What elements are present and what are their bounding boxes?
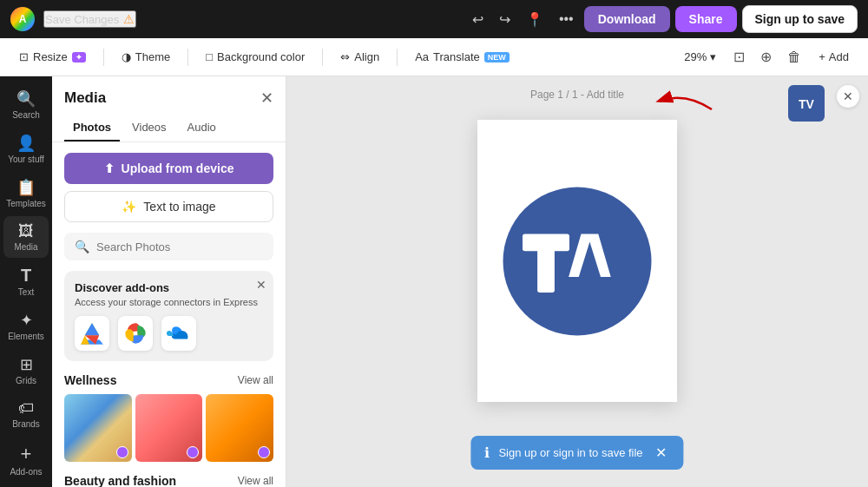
share-button[interactable]: Share xyxy=(675,6,737,32)
sidebar-item-text[interactable]: T Text xyxy=(3,260,49,303)
location-button[interactable]: 📍 xyxy=(521,8,549,31)
fullscreen-button[interactable]: ⊡ xyxy=(728,45,750,69)
accessibility-button[interactable]: ⊕ xyxy=(755,45,777,69)
zoom-control[interactable]: 29% ▾ xyxy=(677,47,723,67)
theme-tool[interactable]: ◑ Theme xyxy=(115,47,177,67)
templates-icon: 📋 xyxy=(16,178,36,197)
align-tool[interactable]: ⇔ Align xyxy=(333,47,386,67)
wellness-photo-1[interactable] xyxy=(64,394,132,462)
sidebar-label-search: Search xyxy=(12,110,40,120)
download-button[interactable]: Download xyxy=(584,6,670,32)
canvas-wrapper xyxy=(477,120,677,402)
wellness-view-all-link[interactable]: View all xyxy=(238,374,273,386)
premium-badge-1 xyxy=(116,446,128,458)
redo-button[interactable]: ↪ xyxy=(494,8,516,31)
translate-badge: NEW xyxy=(484,52,510,63)
media-panel-content: ⬆ Upload from device ✨ Text to image 🔍 ✕… xyxy=(52,142,286,487)
beauty-title: Beauty and fashion xyxy=(64,474,176,487)
upload-from-device-button[interactable]: ⬆ Upload from device xyxy=(64,153,273,184)
beauty-view-all-link[interactable]: View all xyxy=(238,475,273,487)
discover-addons-banner: ✕ Discover add-ons Access your storage c… xyxy=(64,271,273,361)
text-to-image-icon: ✨ xyxy=(122,200,136,214)
wellness-photo-2[interactable] xyxy=(135,394,203,462)
tab-photos[interactable]: Photos xyxy=(64,115,120,141)
wellness-photo-3[interactable] xyxy=(206,394,273,462)
sidebar-icons: 🔍 Search 👤 Your stuff 📋 Templates 🖼 Medi… xyxy=(0,76,52,487)
canvas-area: TV ✕ Page 1 / 1 - Add title xyxy=(286,76,868,487)
save-warning-icon: ⚠ xyxy=(123,12,135,26)
canvas-document[interactable] xyxy=(477,120,677,402)
sidebar-label-your-stuff: Your stuff xyxy=(8,155,44,164)
info-icon: ℹ xyxy=(484,444,490,461)
add-button[interactable]: + Add xyxy=(812,47,856,67)
google-drive-icon[interactable] xyxy=(75,316,109,351)
svg-rect-4 xyxy=(523,234,569,251)
more-options-button[interactable]: ••• xyxy=(554,8,579,30)
discover-description: Access your storage connectors in Expres… xyxy=(75,297,263,307)
bg-color-tool[interactable]: □ Background color xyxy=(199,47,312,67)
media-panel: Media ✕ Photos Videos Audio ⬆ Upload fro… xyxy=(52,76,286,487)
sidebar-label-grids: Grids xyxy=(16,376,36,385)
text-to-image-label: Text to image xyxy=(143,200,215,214)
sidebar-item-grids[interactable]: ⊞ Grids xyxy=(3,349,49,392)
media-icon: 🖼 xyxy=(18,222,34,240)
your-stuff-icon: 👤 xyxy=(16,134,36,153)
sidebar-item-search[interactable]: 🔍 Search xyxy=(3,83,49,126)
sidebar-label-add-ons: Add-ons xyxy=(10,467,42,477)
delete-button[interactable]: 🗑 xyxy=(782,46,806,69)
theme-label: Theme xyxy=(135,50,170,63)
elements-icon: ✦ xyxy=(20,311,33,330)
google-photos-icon[interactable] xyxy=(118,316,153,351)
zoom-chevron-icon: ▾ xyxy=(710,50,716,63)
discover-banner-close[interactable]: ✕ xyxy=(256,278,266,292)
plus-icon: + xyxy=(819,50,825,63)
search-input[interactable] xyxy=(96,240,263,253)
app-logo: A xyxy=(10,7,35,31)
sidebar-item-elements[interactable]: ✦ Elements xyxy=(3,305,49,347)
media-panel-title: Media xyxy=(64,89,106,107)
tab-videos[interactable]: Videos xyxy=(123,115,175,141)
onedrive-icon[interactable] xyxy=(161,316,196,351)
sidebar-label-templates: Templates xyxy=(6,199,46,208)
right-panel-close-button[interactable]: ✕ xyxy=(837,85,859,108)
save-changes-button[interactable]: Save Changes ⚠ xyxy=(43,10,136,28)
media-panel-header: Media ✕ xyxy=(52,76,286,115)
brands-icon: 🏷 xyxy=(18,399,34,418)
signup-banner-text: Sign up or sign in to save file xyxy=(498,446,642,459)
grids-icon: ⊞ xyxy=(20,355,33,374)
resize-tool[interactable]: ⊡ Resize ✦ xyxy=(12,47,93,67)
main-content: 🔍 Search 👤 Your stuff 📋 Templates 🖼 Medi… xyxy=(0,76,868,487)
sidebar-label-text: Text xyxy=(18,287,34,297)
tv-thumbnail[interactable]: TV xyxy=(788,85,825,122)
toolbar: ⊡ Resize ✦ ◑ Theme □ Background color ⇔ … xyxy=(0,38,868,76)
translate-tool[interactable]: Aa Translate NEW xyxy=(408,47,516,67)
signup-banner-close-button[interactable]: ✕ xyxy=(652,444,670,461)
sidebar-item-templates[interactable]: 📋 Templates xyxy=(3,172,49,214)
tab-audio[interactable]: Audio xyxy=(179,115,225,141)
resize-icon: ⊡ xyxy=(19,50,29,63)
wellness-photo-grid xyxy=(64,394,273,462)
search-bar: 🔍 xyxy=(64,233,273,260)
upload-label: Upload from device xyxy=(122,161,234,175)
undo-button[interactable]: ↩ xyxy=(467,8,489,31)
media-panel-close-button[interactable]: ✕ xyxy=(260,89,273,108)
text-to-image-button[interactable]: ✨ Text to image xyxy=(64,191,273,222)
divider-2 xyxy=(187,49,188,66)
sidebar-item-media[interactable]: 🖼 Media xyxy=(3,216,49,258)
svg-text:TV: TV xyxy=(799,97,815,111)
sidebar-item-your-stuff[interactable]: 👤 Your stuff xyxy=(3,128,49,170)
align-icon: ⇔ xyxy=(340,50,350,63)
arrow-annotation xyxy=(651,83,720,118)
signup-save-button[interactable]: Sign up to save xyxy=(742,5,858,33)
add-label: Add xyxy=(829,50,849,63)
topbar: A Save Changes ⚠ ↩ ↪ 📍 ••• Download Shar… xyxy=(0,0,868,38)
sidebar-item-add-ons[interactable]: + Add-ons xyxy=(3,437,49,483)
translate-icon: Aa xyxy=(415,50,429,63)
divider-1 xyxy=(103,49,104,66)
translate-label: Translate xyxy=(433,50,480,63)
sidebar-item-brands[interactable]: 🏷 Brands xyxy=(3,393,49,435)
premium-badge-2 xyxy=(187,446,199,458)
add-ons-icon: + xyxy=(21,443,32,465)
text-icon: T xyxy=(21,266,31,286)
wellness-section-header: Wellness View all xyxy=(64,373,273,387)
